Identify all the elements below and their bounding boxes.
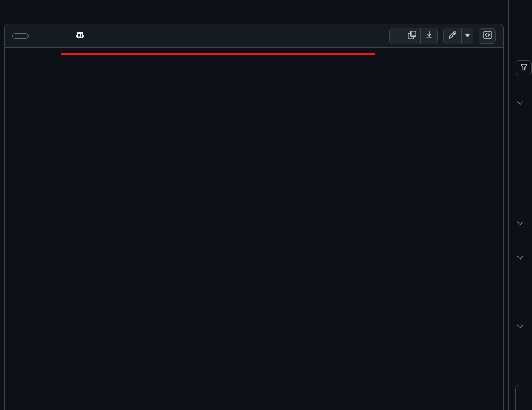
file-toolbar (5, 24, 503, 48)
file-container (4, 24, 504, 410)
breadcrumb (0, 0, 508, 24)
github-file-page (0, 0, 532, 410)
chevron-down-icon[interactable] (517, 98, 523, 104)
tab-code[interactable] (12, 33, 29, 39)
symbols-intro (509, 7, 532, 15)
copilot-banner[interactable] (76, 31, 89, 41)
annotation-box (61, 53, 375, 55)
symbols-heading (509, 0, 532, 7)
code-blame-switch (12, 33, 45, 39)
symbols-panel-toggle[interactable] (479, 28, 496, 44)
chevron-down-icon (465, 34, 470, 37)
filter-button[interactable] (516, 60, 532, 75)
main-column (0, 0, 508, 410)
tab-blame[interactable] (29, 33, 45, 39)
symbols-footer-box (515, 385, 532, 410)
breadcrumb-path (13, 8, 24, 16)
copy-icon (408, 31, 416, 41)
code-view (5, 48, 503, 53)
raw-button-group (389, 28, 438, 44)
edit-button[interactable] (444, 28, 461, 44)
toolbar-actions (389, 28, 496, 44)
download-raw-button[interactable] (420, 28, 437, 44)
filter-icon (520, 63, 528, 73)
chevron-down-icon[interactable] (517, 219, 523, 225)
download-icon (425, 31, 434, 41)
code-square-icon (483, 31, 492, 41)
clipped-line (5, 48, 503, 53)
chevron-down-icon[interactable] (517, 253, 523, 259)
copilot-icon (76, 31, 84, 41)
edit-button-group (443, 28, 473, 44)
edit-dropdown-button[interactable] (461, 28, 473, 44)
pencil-icon (448, 31, 457, 41)
copy-raw-button[interactable] (403, 28, 420, 44)
symbols-panel (508, 0, 532, 410)
raw-button[interactable] (390, 28, 403, 44)
chevron-down-icon[interactable] (517, 322, 523, 328)
